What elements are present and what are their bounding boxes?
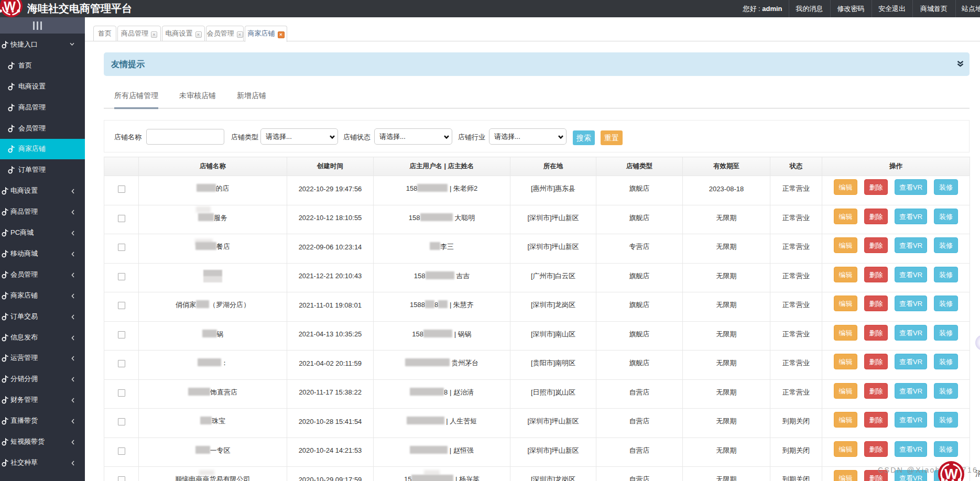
svg-text:W: W xyxy=(4,0,16,13)
svg-text:W: W xyxy=(944,466,958,481)
